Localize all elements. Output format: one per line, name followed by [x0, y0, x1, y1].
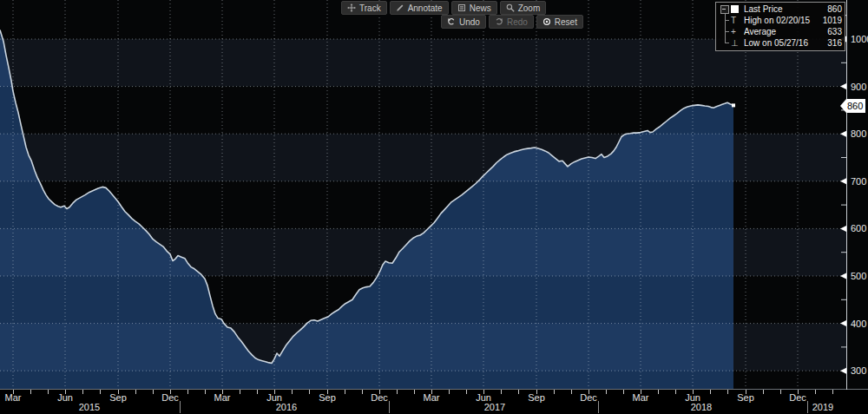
y-axis-label: 600: [851, 223, 866, 233]
high-marker-icon: T: [731, 16, 736, 25]
pencil-icon: [396, 3, 404, 12]
magnifier-icon: [506, 3, 515, 12]
average-marker-icon: +: [731, 28, 736, 36]
month-tick: [48, 390, 49, 394]
year-label: 2019: [806, 402, 840, 412]
month-label: Sep: [105, 392, 131, 403]
year-separator: [180, 401, 181, 413]
y-axis-label: 300: [851, 365, 866, 376]
month-label: Sep: [314, 392, 340, 403]
legend-label: Last Price: [744, 4, 818, 14]
legend-label: Average: [744, 27, 818, 36]
y-axis-label: 800: [851, 128, 866, 139]
legend-value: 633: [821, 27, 842, 36]
month-tick: [675, 390, 676, 394]
legend-item-last-price[interactable]: Last Price 860: [719, 3, 842, 15]
y-axis-label: 1000: [851, 34, 868, 44]
year-separator: [598, 401, 599, 413]
month-tick: [449, 390, 450, 394]
month-tick: [135, 390, 136, 394]
month-tick: [82, 390, 83, 394]
redo-button-label: Redo: [507, 17, 528, 27]
chart-toolbar-row1: Track Annotate News Zoom: [341, 1, 546, 15]
y-axis-label: 700: [851, 176, 866, 187]
last-price-axis-tag: 860: [840, 99, 865, 113]
news-icon: [457, 3, 466, 12]
year-separator: [807, 401, 808, 413]
month-tick: [763, 390, 764, 394]
month-tick: [362, 390, 363, 394]
month-tick: [30, 390, 31, 394]
chart-toolbar-row2: Undo Redo Reset: [441, 15, 583, 29]
month-tick: [309, 390, 310, 394]
year-label: 2017: [477, 402, 512, 412]
track-button[interactable]: Track: [341, 1, 387, 15]
month-tick: [153, 390, 154, 394]
zoom-button-label: Zoom: [518, 3, 541, 13]
month-tick: [727, 390, 728, 394]
undo-icon: [447, 17, 456, 26]
legend-panel: Last Price 860 T High on 02/20/15 1019 +…: [715, 2, 845, 51]
month-tick: [414, 390, 415, 394]
month-tick: [257, 390, 258, 394]
month-tick: [815, 390, 816, 394]
y-axis-label: 500: [851, 271, 866, 281]
reset-button-label: Reset: [555, 17, 577, 27]
month-tick: [518, 390, 519, 394]
year-label: 2016: [269, 402, 304, 412]
month-tick: [501, 390, 502, 394]
month-tick: [240, 390, 240, 394]
redo-button[interactable]: Redo: [489, 15, 534, 29]
price-tag-arrow-icon: [840, 99, 846, 113]
price-tag-value: 860: [846, 99, 865, 113]
y-axis-label: 900: [851, 82, 866, 92]
price-chart-plot[interactable]: 1000900800700600500400300: [0, 0, 868, 390]
year-separator: [389, 401, 390, 413]
month-tick: [606, 390, 607, 394]
month-tick: [187, 390, 188, 394]
legend-item-average[interactable]: + Average 633: [719, 26, 842, 37]
month-tick: [292, 390, 293, 394]
month-tick: [100, 390, 101, 394]
undo-button-label: Undo: [459, 17, 480, 27]
month-label: Mar: [209, 392, 235, 403]
undo-button[interactable]: Undo: [441, 15, 486, 29]
month-label: Mar: [628, 392, 654, 403]
zoom-button[interactable]: Zoom: [500, 1, 547, 15]
legend-item-low[interactable]: ⊥ Low on 05/27/16 316: [719, 37, 842, 49]
month-tick: [571, 390, 572, 394]
month-tick: [658, 390, 659, 394]
month-tick: [345, 390, 345, 394]
month-tick: [832, 390, 833, 394]
redo-icon: [495, 17, 503, 26]
year-label: 2015: [72, 402, 107, 412]
month-tick: [554, 390, 555, 394]
month-tick: [780, 390, 781, 394]
move-icon: [347, 3, 356, 12]
month-tick: [397, 390, 398, 394]
month-tick: [710, 390, 711, 394]
legend-value: 1019: [821, 16, 842, 25]
legend-label: High on 02/20/15: [744, 16, 818, 25]
month-label: Mar: [418, 392, 444, 403]
low-marker-icon: ⊥: [731, 39, 739, 48]
news-button-label: News: [470, 3, 491, 13]
x-axis: MarJunSepDecMarJunSepDecMarJunSepDecMarJ…: [0, 390, 868, 414]
legend-expander-icon[interactable]: [720, 5, 729, 14]
annotate-button[interactable]: Annotate: [390, 1, 449, 15]
last-price-swatch-icon: [731, 5, 739, 13]
month-label: Sep: [733, 392, 759, 403]
month-label: Sep: [523, 392, 549, 403]
track-button-label: Track: [359, 3, 381, 13]
month-tick: [205, 390, 206, 394]
news-button[interactable]: News: [451, 1, 497, 15]
legend-item-high[interactable]: T High on 02/20/15 1019: [719, 15, 842, 26]
month-tick: [466, 390, 467, 394]
legend-label: Low on 05/27/16: [744, 38, 818, 48]
month-label: Mar: [0, 392, 26, 403]
reset-button[interactable]: Reset: [536, 15, 583, 29]
reset-icon: [542, 17, 551, 26]
year-label: 2018: [684, 402, 719, 412]
month-tick: [623, 390, 624, 394]
y-axis-label: 400: [851, 319, 866, 329]
